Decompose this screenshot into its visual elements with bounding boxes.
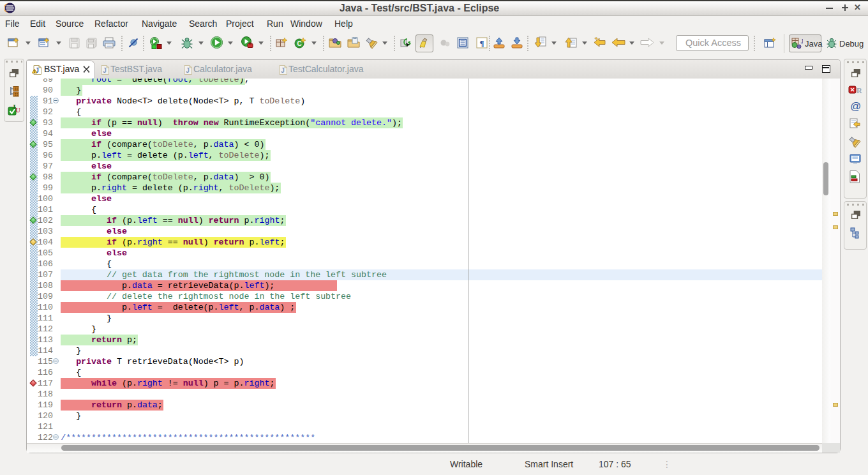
svg-text:J: J <box>103 67 107 74</box>
svg-text:J: J <box>801 37 804 45</box>
svg-text:J: J <box>281 67 285 74</box>
svg-text:R: R <box>857 86 862 95</box>
svg-text:U: U <box>15 106 20 114</box>
svg-text:¶: ¶ <box>479 38 484 48</box>
svg-text:C: C <box>297 40 301 47</box>
svg-text:J: J <box>186 67 190 74</box>
